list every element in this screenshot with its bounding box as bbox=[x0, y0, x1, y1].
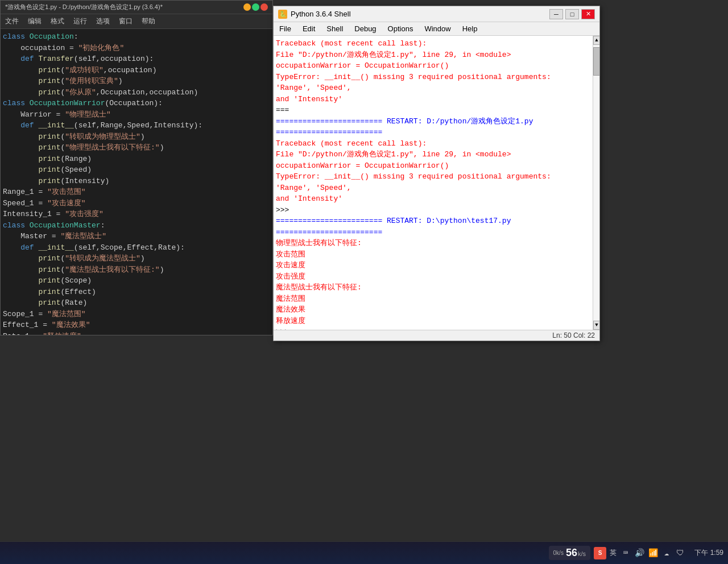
sogou-input-icon[interactable]: S bbox=[594, 547, 606, 559]
shell-menu-window[interactable]: Window bbox=[419, 23, 456, 34]
shell-restart-line: ======================== RESTART: D:/pyt… bbox=[276, 116, 590, 138]
scroll-down-arrow[interactable]: ▼ bbox=[593, 321, 599, 330]
shell-restart-line: ======================== RESTART: D:\pyt… bbox=[276, 215, 590, 238]
python-icon: 🐍 bbox=[278, 10, 287, 19]
shell-menu-debug[interactable]: Debug bbox=[349, 23, 382, 34]
shell-line: occupationWarrior = OccupationWarrior() bbox=[276, 160, 590, 172]
shell-line: 攻击范围 bbox=[276, 249, 590, 260]
shell-line: Traceback (most recent call last): bbox=[276, 138, 590, 150]
shell-line: 释放速度 bbox=[276, 316, 590, 327]
shell-title: Python 3.6.4 Shell bbox=[291, 10, 351, 18]
security-icon[interactable]: 🛡 bbox=[675, 548, 686, 559]
shell-line: 魔法范围 bbox=[276, 293, 590, 305]
shell-line: File "D:/python/游戏角色设定1.py", line 29, in… bbox=[276, 49, 590, 61]
editor-maximize-btn[interactable] bbox=[252, 3, 259, 11]
network-speed-display: 56 k/s bbox=[566, 547, 586, 559]
system-tray-icons: ⌨ 🔊 📶 ☁ 🛡 bbox=[620, 548, 686, 559]
taskbar-clock: 下午 1:59 bbox=[689, 548, 723, 558]
scroll-thumb[interactable] bbox=[593, 47, 599, 76]
editor-menu-options[interactable]: 选项 bbox=[92, 15, 114, 27]
keyboard-icon[interactable]: ⌨ bbox=[620, 548, 631, 559]
desktop: *游戏角色设定1.py - D:/python/游戏角色设定1.py (3.6.… bbox=[0, 0, 728, 564]
shell-menu-help[interactable]: Help bbox=[457, 23, 483, 34]
network-icon[interactable]: 📶 bbox=[647, 548, 659, 559]
editor-menu-window[interactable]: 窗口 bbox=[114, 15, 137, 27]
language-indicator[interactable]: 英 bbox=[610, 548, 617, 558]
editor-titlebar: *游戏角色设定1.py - D:/python/游戏角色设定1.py (3.6.… bbox=[1, 1, 272, 14]
network-unit: k/s bbox=[578, 550, 586, 557]
taskbar-time: 下午 1:59 bbox=[689, 548, 723, 558]
shell-line: and 'Intensity' bbox=[276, 94, 590, 105]
shell-window-controls: ─ □ ✕ bbox=[549, 9, 595, 19]
shell-titlebar-title: 🐍 Python 3.6.4 Shell bbox=[278, 10, 351, 19]
editor-menu-run[interactable]: 运行 bbox=[69, 15, 92, 27]
shell-window: 🐍 Python 3.6.4 Shell ─ □ ✕ File Edit She… bbox=[273, 6, 600, 341]
shell-menu-edit[interactable]: Edit bbox=[297, 23, 321, 34]
network-widget: 0k/s 56 k/s bbox=[549, 546, 590, 560]
editor-minimize-btn[interactable] bbox=[243, 3, 251, 11]
editor-menu-edit[interactable]: 编辑 bbox=[23, 15, 46, 27]
shell-line: and 'Intensity' bbox=[276, 193, 590, 205]
speaker-icon[interactable]: 🔊 bbox=[634, 548, 645, 559]
editor-window: *游戏角色设定1.py - D:/python/游戏角色设定1.py (3.6.… bbox=[0, 0, 273, 335]
shell-line: 攻击速度 bbox=[276, 260, 590, 271]
shell-line: File "D:/python/游戏角色设定1.py", line 29, in… bbox=[276, 149, 590, 160]
shell-menu-options[interactable]: Options bbox=[382, 23, 419, 34]
shell-maximize-btn[interactable]: □ bbox=[565, 9, 579, 19]
shell-line: TypeError: __init__() missing 3 required… bbox=[276, 72, 590, 94]
scroll-track bbox=[593, 45, 599, 321]
shell-menu-file[interactable]: File bbox=[274, 23, 297, 34]
network-up: 0k/s bbox=[553, 550, 564, 557]
shell-prompt: >>> bbox=[276, 326, 590, 330]
shell-line: occupationWarrior = OccupationWarrior() bbox=[276, 60, 590, 72]
shell-line: === bbox=[276, 105, 590, 116]
shell-line: Traceback (most recent call last): bbox=[276, 38, 590, 49]
editor-content[interactable]: class Occupation: occupation = "初始化角色" d… bbox=[1, 29, 272, 335]
shell-line: 魔法效果 bbox=[276, 304, 590, 316]
shell-prompt: >>> bbox=[276, 205, 590, 216]
shell-menu-shell[interactable]: Shell bbox=[321, 23, 349, 34]
shell-status-text: Ln: 50 Col: 22 bbox=[552, 331, 595, 339]
shell-menubar: File Edit Shell Debug Options Window Hel… bbox=[274, 22, 599, 36]
scroll-up-arrow[interactable]: ▲ bbox=[593, 36, 599, 45]
editor-menu-format[interactable]: 格式 bbox=[46, 15, 69, 27]
cloud-icon[interactable]: ☁ bbox=[661, 548, 672, 559]
editor-menubar: 文件 编辑 格式 运行 选项 窗口 帮助 bbox=[1, 14, 272, 29]
editor-menu-help[interactable]: 帮助 bbox=[137, 15, 160, 27]
taskbar-right: 0k/s 56 k/s S 英 ⌨ 🔊 📶 ☁ 🛡 下午 1:59 bbox=[549, 546, 723, 560]
shell-content[interactable]: Traceback (most recent call last): File … bbox=[274, 36, 593, 330]
taskbar: 0k/s 56 k/s S 英 ⌨ 🔊 📶 ☁ 🛡 下午 1:59 bbox=[0, 541, 728, 564]
shell-line: 物理型战士我有以下特征: bbox=[276, 238, 590, 249]
shell-titlebar: 🐍 Python 3.6.4 Shell ─ □ ✕ bbox=[274, 6, 599, 22]
shell-line: 攻击强度 bbox=[276, 271, 590, 283]
shell-line: TypeError: __init__() missing 3 required… bbox=[276, 171, 590, 193]
shell-scrollbar[interactable]: ▲ ▼ bbox=[593, 36, 599, 330]
editor-window-controls bbox=[243, 3, 268, 11]
shell-statusbar: Ln: 50 Col: 22 bbox=[274, 330, 599, 341]
editor-close-btn[interactable] bbox=[260, 3, 268, 11]
editor-title: *游戏角色设定1.py - D:/python/游戏角色设定1.py (3.6.… bbox=[5, 3, 163, 11]
shell-minimize-btn[interactable]: ─ bbox=[549, 9, 563, 19]
editor-menu-file[interactable]: 文件 bbox=[1, 15, 23, 27]
shell-close-btn[interactable]: ✕ bbox=[581, 9, 595, 19]
shell-line: 魔法型战士我有以下特征: bbox=[276, 282, 590, 293]
